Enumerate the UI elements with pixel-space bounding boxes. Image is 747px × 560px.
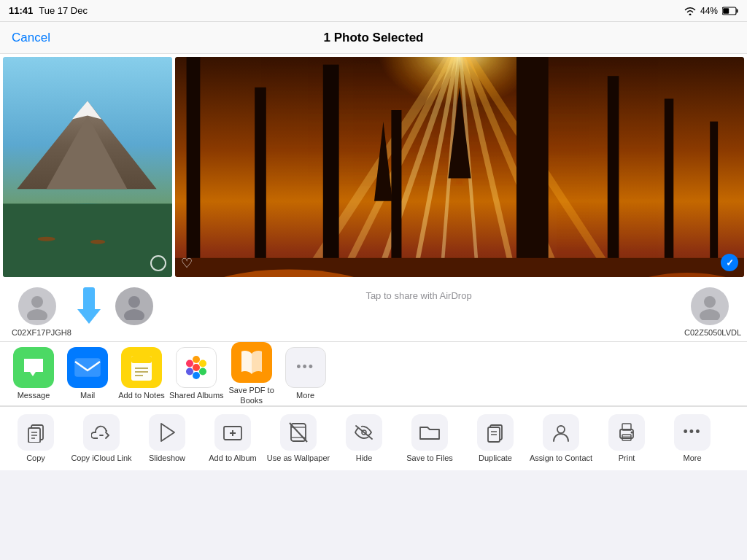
- action-icloud-link[interactable]: Copy iCloud Link: [69, 414, 134, 463]
- photos-flower-icon: [182, 353, 211, 382]
- more-apps-icon: •••: [285, 347, 326, 388]
- action-save-files[interactable]: Save to Files: [397, 414, 462, 463]
- notes-pad-icon: [128, 354, 155, 381]
- save-files-label: Save to Files: [406, 454, 453, 463]
- selection-circle: [150, 255, 166, 271]
- mail-icon: [67, 347, 108, 388]
- icloud-link-icon-svg: [91, 424, 112, 441]
- svg-line-68: [290, 423, 307, 442]
- person-silhouette-center: [120, 292, 148, 320]
- contact-item-3[interactable]: C02Z5050LVDL: [684, 287, 735, 337]
- add-album-icon-svg: [222, 422, 243, 443]
- contact-avatar-center: [115, 287, 153, 325]
- svg-point-51: [199, 359, 206, 367]
- app-more[interactable]: ••• More: [279, 347, 332, 400]
- app-mail[interactable]: Mail: [61, 347, 114, 400]
- message-icon: [13, 347, 54, 388]
- svg-point-11: [90, 240, 105, 244]
- svg-point-52: [199, 368, 206, 375]
- message-label: Message: [18, 391, 50, 400]
- mountain-image: [3, 57, 172, 277]
- svg-rect-23: [516, 57, 549, 277]
- duplicate-icon: [477, 414, 514, 451]
- svg-point-53: [193, 372, 200, 379]
- nav-title: 1 Photo Selected: [324, 31, 424, 45]
- svg-point-50: [193, 356, 200, 363]
- cancel-button[interactable]: Cancel: [12, 31, 50, 45]
- svg-rect-25: [255, 88, 266, 277]
- photo-thumbnail-2[interactable]: ♡ ✓: [175, 57, 744, 277]
- actions-row: Copy Copy iCloud Link Slideshow: [0, 406, 747, 470]
- shared-albums-label: Shared Albums: [169, 391, 224, 400]
- svg-point-39: [128, 296, 140, 308]
- svg-point-49: [193, 364, 200, 371]
- action-slideshow[interactable]: Slideshow: [134, 414, 200, 463]
- contact-icon: [551, 422, 571, 443]
- wallpaper-label: Use as Wallpaper: [267, 454, 330, 463]
- svg-rect-27: [391, 110, 401, 277]
- svg-rect-43: [75, 359, 100, 376]
- wallpaper-device-icon: [289, 422, 308, 443]
- nav-bar: Cancel 1 Photo Selected: [0, 22, 747, 54]
- action-wallpaper[interactable]: Use as Wallpaper: [266, 414, 331, 463]
- copy-documents-icon: [26, 422, 46, 443]
- app-message[interactable]: Message: [7, 347, 60, 400]
- app-notes[interactable]: Add to Notes: [115, 347, 168, 400]
- books-icon: [231, 342, 272, 383]
- action-assign-contact[interactable]: Assign to Contact: [528, 414, 594, 463]
- contact-name-3: C02Z5050LVDL: [684, 328, 735, 337]
- more-actions-icon: •••: [674, 414, 711, 451]
- airdrop-arrow-indicator: [77, 287, 101, 324]
- svg-point-37: [31, 296, 43, 308]
- action-duplicate[interactable]: Duplicate: [462, 414, 528, 463]
- contact-item-center[interactable]: [115, 287, 153, 325]
- save-files-icon: [411, 414, 448, 451]
- add-album-icon: [214, 414, 251, 451]
- svg-marker-61: [161, 424, 174, 441]
- action-add-album[interactable]: Add to Album: [200, 414, 266, 463]
- airdrop-hint-container: Tap to share with AirDrop: [168, 287, 670, 301]
- svg-point-42: [700, 309, 720, 320]
- battery-icon: [722, 7, 738, 15]
- svg-point-41: [704, 296, 716, 308]
- svg-point-54: [186, 368, 193, 375]
- svg-rect-2: [737, 9, 738, 12]
- svg-point-38: [27, 309, 47, 320]
- action-more[interactable]: ••• More: [659, 414, 725, 463]
- icloud-link-label: Copy iCloud Link: [71, 454, 131, 463]
- wifi-icon: [684, 7, 696, 15]
- print-label: Print: [619, 454, 635, 463]
- message-bubble-icon: [23, 357, 44, 378]
- more-apps-label: More: [296, 391, 314, 400]
- person-silhouette-3: [696, 292, 724, 320]
- contact-name-1: C02XF17PJGH8: [12, 328, 63, 337]
- play-icon: [158, 422, 176, 443]
- books-open-icon: [240, 349, 263, 376]
- books-label: Save PDF to Books: [228, 386, 275, 405]
- mail-label: Mail: [80, 391, 95, 400]
- hide-label: Hide: [356, 454, 373, 463]
- notes-icon: [121, 347, 162, 388]
- notes-label: Add to Notes: [118, 391, 165, 400]
- svg-point-55: [186, 359, 193, 367]
- photos-icon: [176, 347, 217, 388]
- contact-avatar-3: [691, 287, 729, 325]
- photo-thumbnail-1[interactable]: [3, 57, 172, 277]
- print-icon: [608, 414, 645, 451]
- status-date: Tue 17 Dec: [39, 5, 88, 16]
- copy-label: Copy: [26, 454, 45, 463]
- slideshow-icon: [149, 414, 185, 451]
- action-hide[interactable]: Hide: [331, 414, 397, 463]
- add-album-label: Add to Album: [209, 454, 256, 463]
- app-books[interactable]: Save PDF to Books: [225, 342, 278, 405]
- svg-rect-45: [131, 356, 152, 363]
- wallpaper-icon: [280, 414, 317, 451]
- duplicate-label: Duplicate: [479, 454, 512, 463]
- contact-item-1[interactable]: C02XF17PJGH8: [12, 287, 63, 337]
- app-shared-albums[interactable]: Shared Albums: [169, 347, 224, 400]
- action-print[interactable]: Print: [594, 414, 659, 463]
- contact-avatar-1: [18, 287, 56, 325]
- svg-rect-29: [665, 98, 673, 277]
- action-copy[interactable]: Copy: [3, 414, 69, 463]
- svg-rect-24: [187, 57, 201, 277]
